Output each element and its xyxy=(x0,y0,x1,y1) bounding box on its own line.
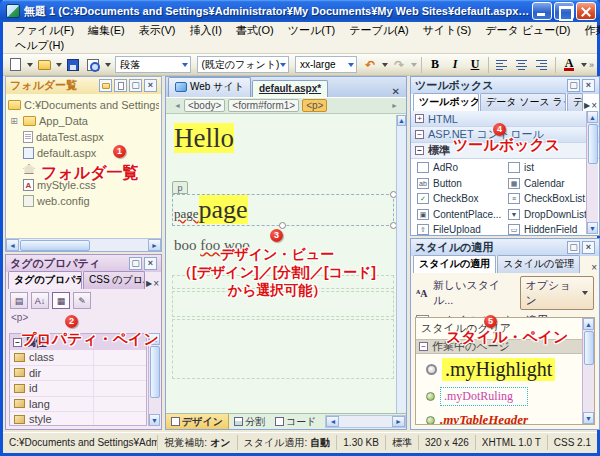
options-button[interactable]: オプション xyxy=(520,276,594,310)
tab-default-aspx[interactable]: default.aspx* xyxy=(252,80,328,97)
styles-vertical-scrollbar[interactable]: ▲ ▼ xyxy=(582,318,594,424)
p-tag-label[interactable]: p xyxy=(172,181,188,194)
scroll-left-arrow[interactable]: ◄ xyxy=(326,416,339,427)
float-panel-button[interactable]: ▢ xyxy=(567,79,580,92)
file-row-webconfig[interactable]: web.config xyxy=(8,193,159,209)
breadcrumb-left-arrow[interactable]: ◄ xyxy=(174,102,181,109)
close-button[interactable] xyxy=(576,2,596,20)
scroll-down-arrow[interactable]: ▼ xyxy=(583,412,594,424)
bold-button[interactable]: B xyxy=(426,56,444,74)
close-panel-button[interactable]: × xyxy=(144,257,157,270)
new-document-dropdown[interactable] xyxy=(27,63,33,67)
breadcrumb-right-arrow[interactable]: ► xyxy=(391,102,398,109)
tab-close[interactable]: × xyxy=(591,262,597,273)
toolbox-item-adrotator[interactable]: AdRo xyxy=(417,160,508,176)
tab-code-view[interactable]: コード xyxy=(270,414,321,429)
menu-site[interactable]: サイト(S) xyxy=(417,22,477,39)
menu-taskpanes[interactable]: 作業ウィンドウ(K) xyxy=(579,22,600,39)
font-color-dropdown[interactable] xyxy=(581,63,587,67)
scroll-down-arrow[interactable]: ▼ xyxy=(587,222,598,234)
italic-button[interactable]: I xyxy=(446,56,464,74)
tab-close[interactable]: × xyxy=(153,278,159,289)
style-item-mydotruling[interactable]: .myDotRuling xyxy=(416,383,594,408)
tab-manage-styles[interactable]: スタイルの管理 xyxy=(497,255,580,273)
redo-button[interactable]: ↷ xyxy=(390,56,408,74)
tab-apply-styles[interactable]: スタイルの適用 xyxy=(413,255,496,273)
collapse-minus-icon[interactable]: − xyxy=(415,146,424,155)
paragraph-style-select[interactable]: 段落 xyxy=(115,56,191,73)
crumb-form[interactable]: <form#form1> xyxy=(228,99,299,112)
menu-tools[interactable]: ツール(T) xyxy=(282,22,342,39)
crumb-body[interactable]: <body> xyxy=(184,99,225,112)
scrollbar-thumb[interactable] xyxy=(588,124,598,164)
float-panel-button[interactable]: ▢ xyxy=(567,241,580,254)
close-panel-button[interactable]: × xyxy=(582,79,595,92)
scroll-left-arrow[interactable]: ◄ xyxy=(6,239,19,251)
status-visual-aids[interactable]: 視覚補助:オン xyxy=(158,435,237,450)
align-center-button[interactable] xyxy=(513,56,531,74)
toolbar-overflow-button[interactable]: » xyxy=(589,60,594,70)
scroll-up-arrow[interactable]: ▲ xyxy=(397,115,406,126)
menu-table[interactable]: テーブル(A) xyxy=(343,22,414,39)
file-row-default[interactable]: default.aspx xyxy=(8,145,159,161)
close-panel-button[interactable]: × xyxy=(582,241,595,254)
tab-scroll-right[interactable]: ▶ xyxy=(584,101,590,110)
tab-web-site[interactable]: Web サイト xyxy=(168,77,251,97)
tab-close[interactable]: × xyxy=(591,100,597,111)
scrollbar-thumb[interactable] xyxy=(150,346,160,398)
tab-toolbox[interactable]: ツールボックス xyxy=(413,93,479,111)
status-style-application[interactable]: スタイル適用:自動 xyxy=(238,435,338,450)
show-set-properties-button[interactable]: ▦ xyxy=(52,292,70,309)
underline-button[interactable]: U xyxy=(466,56,484,74)
menu-dataview[interactable]: データ ビュー(D) xyxy=(479,22,576,39)
folder-row-appdata[interactable]: ⊞ App_Data xyxy=(8,113,159,129)
close-panel-button[interactable]: × xyxy=(144,79,157,92)
toolbox-item-checkbox[interactable]: ✓CheckBox xyxy=(417,191,508,207)
scroll-up-arrow[interactable]: ▲ xyxy=(587,111,598,123)
font-color-button[interactable]: A xyxy=(560,56,578,74)
send-properties-button[interactable]: ✎ xyxy=(73,292,91,309)
font-select[interactable]: (既定のフォント) xyxy=(197,56,289,73)
menu-edit[interactable]: 編集(E) xyxy=(82,22,131,39)
maximize-button[interactable] xyxy=(554,2,574,20)
file-row-datatest[interactable]: dataTest.aspx xyxy=(8,129,159,145)
scroll-right-arrow[interactable]: ► xyxy=(392,416,405,427)
open-button[interactable] xyxy=(35,56,53,74)
new-page-button[interactable] xyxy=(114,79,127,92)
scroll-up-arrow[interactable]: ▲ xyxy=(583,318,594,330)
hello-text[interactable]: Hello xyxy=(174,123,234,153)
scroll-down-arrow[interactable]: ▼ xyxy=(149,414,160,426)
design-horizontal-scrollbar[interactable]: ◄ ► xyxy=(325,415,406,428)
float-panel-button[interactable]: ▢ xyxy=(129,257,142,270)
save-button[interactable] xyxy=(64,56,82,74)
menu-insert[interactable]: 挿入(I) xyxy=(183,22,227,39)
crumb-p[interactable]: <p> xyxy=(302,99,327,112)
preview-button[interactable] xyxy=(84,56,102,74)
float-panel-button[interactable]: ▢ xyxy=(129,79,142,92)
property-row[interactable]: id xyxy=(10,381,146,397)
new-document-button[interactable] xyxy=(6,56,24,74)
property-row[interactable]: style xyxy=(10,412,146,426)
toolbox-item-contentplaceholder[interactable]: ▣ContentPlace... xyxy=(417,207,508,223)
align-right-button[interactable] xyxy=(533,56,551,74)
tab-data-source-library[interactable]: データ ソース ライブラリ xyxy=(480,93,566,111)
new-folder-button[interactable] xyxy=(99,79,112,92)
design-vertical-scrollbar[interactable]: ▲ xyxy=(396,115,406,413)
tab-truncated[interactable]: デ xyxy=(567,93,583,111)
tab-scroll-right[interactable]: ▶ xyxy=(146,279,152,288)
tab-tag-properties[interactable]: タグのプロパティ xyxy=(8,271,82,289)
font-size-select[interactable]: xx-large xyxy=(295,56,357,73)
toolbox-vertical-scrollbar[interactable]: ▲ ▼ xyxy=(586,111,598,234)
scrollbar-thumb[interactable] xyxy=(20,240,90,251)
preview-dropdown[interactable] xyxy=(105,63,111,67)
property-row[interactable]: class xyxy=(10,350,146,366)
show-categorized-button[interactable]: ▤ xyxy=(10,292,28,309)
scroll-right-arrow[interactable]: ► xyxy=(148,239,161,251)
property-row[interactable]: lang xyxy=(10,397,146,413)
expand-plus-icon[interactable]: ⊞ xyxy=(8,116,20,126)
toolbox-item-button[interactable]: abButton xyxy=(417,176,508,192)
resize-handle[interactable] xyxy=(279,222,286,229)
undo-button[interactable]: ↶ xyxy=(361,56,379,74)
folder-root-row[interactable]: C:¥Documents and Settings¥Admi xyxy=(8,97,159,113)
menu-view[interactable]: 表示(V) xyxy=(133,22,182,39)
